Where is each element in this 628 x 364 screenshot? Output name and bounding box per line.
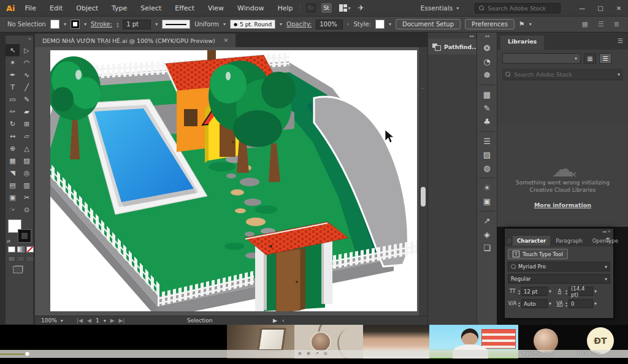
chevron-down-icon[interactable]: ▾	[618, 72, 620, 77]
chevron-down-icon[interactable]: ▾	[594, 289, 597, 294]
font-family-field[interactable]: Myriad Pro ▾	[508, 262, 610, 271]
width-profile-label[interactable]: Uniform	[194, 21, 219, 28]
document-setup-button[interactable]: Document Setup	[396, 19, 461, 29]
chevron-down-icon[interactable]: ▾	[104, 318, 106, 324]
paintbrush-tool[interactable]: ✎	[20, 93, 34, 105]
slice-tool[interactable]: ✂	[20, 191, 34, 203]
artboard[interactable]	[50, 50, 417, 311]
grid-icon[interactable]: ▦	[582, 20, 588, 28]
mesh-tool[interactable]: ▦	[6, 154, 20, 167]
menu-window[interactable]: Window	[237, 4, 264, 12]
back-icon[interactable]: ‹	[282, 317, 285, 324]
player-control-icon[interactable]: ⊙	[324, 351, 327, 356]
draw-inside-button[interactable]	[26, 256, 34, 262]
chevron-down-icon[interactable]: ▾	[549, 289, 551, 294]
menu-edit[interactable]: Edit	[50, 4, 63, 12]
close-button[interactable]: ✕	[610, 0, 628, 16]
chevron-down-icon[interactable]: ▾	[64, 21, 66, 27]
document-tab[interactable]: DEMO NHÀ VƯỜN TRẠI HÈ.ai @ 100% (CMYK/GP…	[35, 34, 236, 47]
libraries-tab[interactable]: Libraries	[500, 36, 544, 50]
draw-behind-button[interactable]	[17, 256, 25, 262]
close-tab-icon[interactable]: ✕	[224, 37, 229, 44]
none-mode-button[interactable]	[26, 246, 34, 252]
shape-builder-tool[interactable]: ⊕	[6, 142, 20, 154]
maximize-button[interactable]: □	[591, 0, 610, 16]
fill-swatch[interactable]	[50, 20, 59, 29]
scrollbar-thumb[interactable]	[421, 187, 426, 207]
menu-effect[interactable]: Effect	[175, 4, 194, 12]
leading-stepper[interactable]: ▴▾	[565, 289, 567, 295]
collapse-toolbar-icon[interactable]: «	[28, 36, 31, 42]
minimize-button[interactable]: —	[573, 0, 591, 16]
player-control-icon[interactable]: ↗	[315, 351, 319, 356]
canvas-scrollbar[interactable]: ˄	[419, 47, 427, 316]
scale-tool[interactable]: ⊞	[20, 118, 34, 130]
swatches-icon[interactable]: ▦	[479, 85, 495, 101]
export-icon[interactable]: ↗	[479, 211, 495, 227]
dock-panel-icon[interactable]: ☰	[598, 20, 604, 28]
previous-artboard-button[interactable]: ◀	[87, 317, 91, 324]
share-icon[interactable]: ✈	[358, 4, 364, 12]
close-panel-icon[interactable]: ✕	[608, 229, 611, 234]
hamburger-icon[interactable]: ≣	[614, 20, 619, 28]
graphic-styles-icon[interactable]: ▣	[479, 194, 495, 208]
hand-tool[interactable]: ☞	[6, 203, 20, 216]
list-view-button[interactable]: ☰	[599, 53, 611, 64]
collapse-panel-icon[interactable]: ◂◂	[602, 229, 607, 234]
color-themes-icon[interactable]: ☸	[479, 68, 495, 82]
grid-view-button[interactable]: ▦	[584, 53, 596, 64]
kerning-field[interactable]: Auto	[521, 299, 548, 308]
collapse-dock-icon[interactable]: ◂◂	[477, 32, 497, 39]
selection-tool[interactable]: ↖	[6, 44, 20, 56]
chevron-down-icon[interactable]: ▾	[155, 21, 158, 27]
color-panel-icon[interactable]: ❂	[479, 41, 495, 55]
swap-fill-stroke-icon[interactable]: ⇄	[7, 239, 10, 244]
tab-paragraph[interactable]: Paragraph	[551, 236, 587, 246]
stroke-stepper[interactable]: ▴▾	[117, 21, 118, 28]
opacity-link[interactable]: Opacity:	[286, 21, 312, 28]
free-transform-tool[interactable]: ▱	[20, 130, 34, 142]
menu-help[interactable]: Help	[277, 4, 293, 12]
canvas[interactable]	[35, 47, 427, 316]
chevron-down-icon[interactable]: ▾	[84, 21, 86, 27]
workspace-switcher[interactable]: Essentials ▾	[421, 4, 459, 12]
player-control-icon[interactable]: ⊕	[307, 351, 310, 356]
fill-stroke-control[interactable]: ⇄	[8, 219, 31, 243]
libraries-search[interactable]: Search Adobe Stock ▾	[502, 69, 623, 80]
stroke-icon[interactable]: ☰	[479, 131, 495, 148]
stroke-swatch[interactable]	[71, 20, 80, 29]
bridge-icon[interactable]: Br	[306, 3, 316, 13]
collapse-panel-icon[interactable]: ◂◂	[428, 32, 477, 39]
line-segment-tool[interactable]: ╱	[20, 81, 34, 93]
font-style-field[interactable]: Regular ▾	[508, 274, 610, 284]
chevron-down-icon[interactable]: ▾	[594, 301, 597, 306]
progress-handle[interactable]	[25, 351, 30, 357]
leading-field[interactable]: (14.4 pt)	[569, 287, 593, 296]
last-artboard-button[interactable]: ▶|	[119, 317, 125, 324]
chevron-right-icon[interactable]: ‹	[347, 21, 349, 27]
menu-select[interactable]: Select	[140, 4, 161, 12]
next-artboard-button[interactable]: ▶	[110, 317, 115, 324]
font-size-stepper[interactable]: ▴▾	[518, 289, 520, 295]
touch-type-tool-button[interactable]: T Touch Type Tool	[508, 249, 568, 259]
rectangle-tool[interactable]: ▭	[6, 93, 20, 105]
menu-view[interactable]: View	[208, 4, 224, 12]
stock-icon[interactable]: St	[321, 3, 332, 13]
rotate-tool[interactable]: ↻	[6, 118, 20, 130]
stroke-weight-field[interactable]: 1 pt	[123, 20, 151, 29]
stroke-color-swatch[interactable]	[18, 229, 31, 243]
pathfinder-panel-tab[interactable]: Pathfind...	[428, 39, 477, 55]
artboards-icon[interactable]: ❏	[479, 241, 495, 254]
player-control-icon[interactable]: ≡	[298, 351, 302, 356]
menu-object[interactable]: Object	[76, 4, 98, 12]
zoom-control[interactable]: 100% ▾	[41, 317, 63, 324]
adobe-stock-search[interactable]: Search Adobe Stock	[475, 3, 561, 13]
width-profile-preview[interactable]	[162, 20, 190, 29]
magic-wand-tool[interactable]: ✶	[6, 56, 20, 69]
gradient-mode-button[interactable]	[17, 246, 25, 252]
chevron-down-icon[interactable]: ▾	[549, 301, 551, 306]
tracking-field[interactable]: 0	[569, 299, 593, 308]
menu-file[interactable]: File	[25, 4, 36, 12]
chevron-down-icon[interactable]: ▾	[223, 21, 226, 27]
symbols-icon[interactable]: ♣	[479, 115, 495, 128]
